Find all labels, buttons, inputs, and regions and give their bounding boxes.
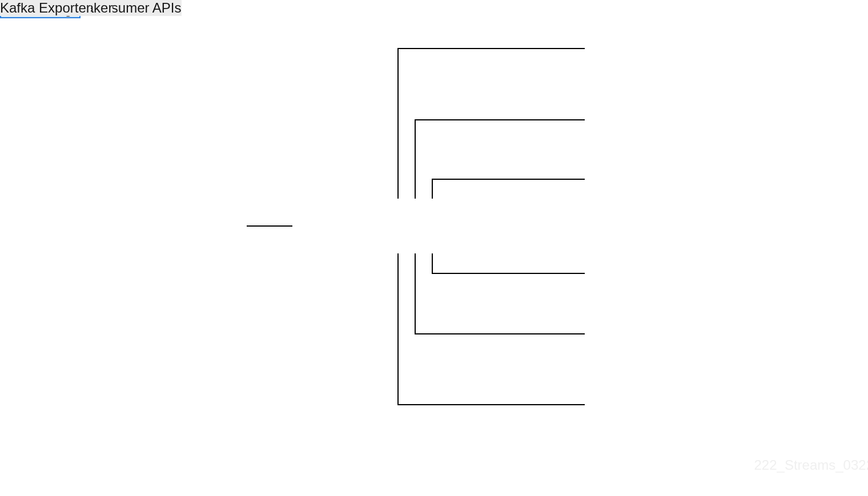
connector-broker-exporter-v xyxy=(397,253,399,404)
connector-broker-bridge-v xyxy=(432,179,433,199)
connector-broker-apis-h xyxy=(415,119,585,120)
connector-broker-exporter-h xyxy=(397,404,585,405)
connector-broker-connect-v xyxy=(432,253,433,273)
watermark-text: 222_Streams_0322 xyxy=(754,457,868,473)
connector-broker-mirrormaker-v xyxy=(415,253,416,333)
connector-broker-bridge-h xyxy=(432,179,585,180)
kafka-exporter-node: Kafka Exporter xyxy=(0,0,91,16)
connector-zookeeper-broker xyxy=(247,225,292,227)
connector-broker-apis-v xyxy=(415,119,416,199)
connector-broker-connect-h xyxy=(432,273,585,274)
connector-broker-mirrormaker-h xyxy=(415,333,585,334)
connector-broker-streams-v xyxy=(397,48,399,199)
connector-broker-streams-h xyxy=(397,48,585,49)
